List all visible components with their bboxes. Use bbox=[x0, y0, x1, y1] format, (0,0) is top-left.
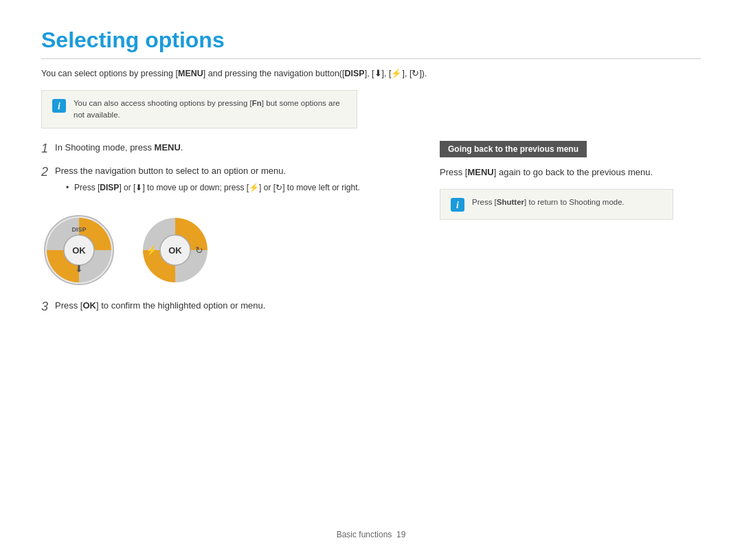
note-text: You can also access shooting options by … bbox=[74, 98, 347, 122]
note-box: i You can also access shooting options b… bbox=[41, 90, 357, 129]
svg-text:⬇: ⬇ bbox=[75, 263, 83, 274]
right-note-text: Press [Shutter] to return to Shooting mo… bbox=[472, 197, 625, 208]
svg-text:i: i bbox=[58, 101, 60, 111]
bullet-1: Press [DISP] or [⬇] to move up or down; … bbox=[66, 181, 360, 194]
svg-text:OK: OK bbox=[72, 245, 86, 256]
footer: Basic functions 19 bbox=[0, 530, 742, 539]
right-column: Going back to the previous menu Press [M… bbox=[440, 141, 701, 322]
page-container: Selecting options You can select options… bbox=[0, 0, 742, 560]
step-1-number: 1 bbox=[41, 141, 48, 157]
step-3-number: 3 bbox=[41, 299, 48, 315]
svg-text:↻: ↻ bbox=[195, 245, 203, 256]
step-2-bullets: Press [DISP] or [⬇] to move up or down; … bbox=[66, 181, 360, 194]
right-main-text: Press [MENU] again to go back to the pre… bbox=[440, 166, 701, 179]
footer-text: Basic functions bbox=[337, 530, 392, 539]
main-content: 1 In Shooting mode, press MENU. 2 Press … bbox=[41, 141, 701, 322]
note-icon: i bbox=[52, 98, 67, 113]
step-1: 1 In Shooting mode, press MENU. bbox=[41, 141, 412, 157]
step-2: 2 Press the navigation button to select … bbox=[41, 164, 412, 202]
right-note-box: i Press [Shutter] to return to Shooting … bbox=[440, 189, 673, 220]
step-1-text: In Shooting mode, press MENU. bbox=[55, 141, 183, 155]
svg-text:OK: OK bbox=[168, 245, 182, 256]
step-2-number: 2 bbox=[41, 164, 48, 180]
svg-text:i: i bbox=[456, 200, 459, 210]
dial-2: OK ⚡ ↻ bbox=[137, 212, 213, 288]
svg-text:DISP: DISP bbox=[71, 226, 86, 233]
dial-1: OK DISP ⬇ bbox=[41, 212, 117, 288]
step-3: 3 Press [OK] to confirm the highlighted … bbox=[41, 299, 412, 315]
footer-page-num: 19 bbox=[396, 530, 405, 539]
controls-row: OK DISP ⬇ bbox=[41, 212, 412, 288]
left-column: 1 In Shooting mode, press MENU. 2 Press … bbox=[41, 141, 412, 322]
svg-text:⚡: ⚡ bbox=[146, 245, 158, 256]
step-2-text: Press the navigation button to select to… bbox=[55, 164, 360, 202]
step-3-text: Press [OK] to confirm the highlighted op… bbox=[55, 299, 265, 313]
title-divider bbox=[41, 58, 701, 59]
subtitle: You can select options by pressing [MENU… bbox=[41, 67, 701, 80]
section-header: Going back to the previous menu bbox=[440, 141, 587, 157]
page-title: Selecting options bbox=[41, 27, 701, 53]
right-note-icon: i bbox=[450, 197, 465, 212]
